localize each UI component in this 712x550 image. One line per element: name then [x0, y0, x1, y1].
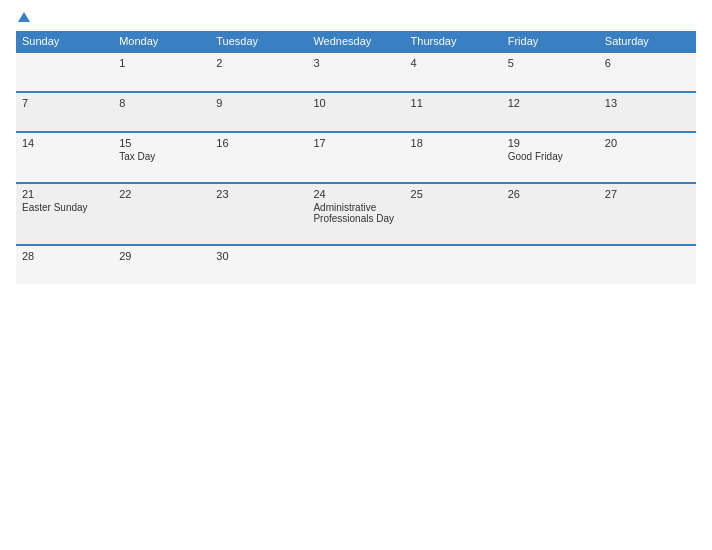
- calendar-cell: 10: [307, 92, 404, 132]
- calendar-week-row: 282930: [16, 245, 696, 284]
- header-sunday: Sunday: [16, 31, 113, 52]
- day-number: 22: [119, 188, 204, 200]
- calendar-cell: 15Tax Day: [113, 132, 210, 183]
- day-number: 1: [119, 57, 204, 69]
- calendar-cell: [307, 245, 404, 284]
- day-number: 16: [216, 137, 301, 149]
- day-number: 24: [313, 188, 398, 200]
- day-number: 25: [411, 188, 496, 200]
- day-number: 27: [605, 188, 690, 200]
- calendar-cell: 8: [113, 92, 210, 132]
- day-number: 5: [508, 57, 593, 69]
- calendar-cell: 28: [16, 245, 113, 284]
- header-wednesday: Wednesday: [307, 31, 404, 52]
- day-number: 21: [22, 188, 107, 200]
- calendar-week-row: 78910111213: [16, 92, 696, 132]
- calendar-cell: 14: [16, 132, 113, 183]
- day-number: 7: [22, 97, 107, 109]
- header-thursday: Thursday: [405, 31, 502, 52]
- calendar-week-row: 21Easter Sunday222324Administrative Prof…: [16, 183, 696, 245]
- calendar-cell: 30: [210, 245, 307, 284]
- calendar-cell: 24Administrative Professionals Day: [307, 183, 404, 245]
- header-tuesday: Tuesday: [210, 31, 307, 52]
- calendar-cell: 12: [502, 92, 599, 132]
- day-number: 3: [313, 57, 398, 69]
- calendar-cell: 21Easter Sunday: [16, 183, 113, 245]
- calendar-header: Sunday Monday Tuesday Wednesday Thursday…: [16, 31, 696, 52]
- logo-triangle-icon: [18, 12, 30, 22]
- calendar-cell: 20: [599, 132, 696, 183]
- calendar-cell: 29: [113, 245, 210, 284]
- calendar-week-row: 123456: [16, 52, 696, 92]
- day-number: 13: [605, 97, 690, 109]
- day-number: 19: [508, 137, 593, 149]
- logo: [16, 12, 30, 23]
- header: [16, 12, 696, 23]
- calendar-cell: 19Good Friday: [502, 132, 599, 183]
- calendar-cell: [16, 52, 113, 92]
- days-header-row: Sunday Monday Tuesday Wednesday Thursday…: [16, 31, 696, 52]
- header-saturday: Saturday: [599, 31, 696, 52]
- calendar-cell: 6: [599, 52, 696, 92]
- day-number: 23: [216, 188, 301, 200]
- header-friday: Friday: [502, 31, 599, 52]
- calendar-cell: 25: [405, 183, 502, 245]
- calendar-body: 123456789101112131415Tax Day16171819Good…: [16, 52, 696, 284]
- day-number: 17: [313, 137, 398, 149]
- calendar-cell: 22: [113, 183, 210, 245]
- calendar-cell: 4: [405, 52, 502, 92]
- calendar-cell: 1: [113, 52, 210, 92]
- calendar-cell: [405, 245, 502, 284]
- event-label: Good Friday: [508, 151, 593, 162]
- calendar-table: Sunday Monday Tuesday Wednesday Thursday…: [16, 31, 696, 284]
- day-number: 10: [313, 97, 398, 109]
- day-number: 30: [216, 250, 301, 262]
- day-number: 15: [119, 137, 204, 149]
- day-number: 8: [119, 97, 204, 109]
- day-number: 29: [119, 250, 204, 262]
- calendar-cell: 7: [16, 92, 113, 132]
- event-label: Tax Day: [119, 151, 204, 162]
- calendar-cell: 11: [405, 92, 502, 132]
- calendar-cell: [502, 245, 599, 284]
- calendar-cell: 9: [210, 92, 307, 132]
- day-number: 12: [508, 97, 593, 109]
- calendar-cell: 2: [210, 52, 307, 92]
- calendar-cell: 23: [210, 183, 307, 245]
- calendar-cell: [599, 245, 696, 284]
- calendar-cell: 3: [307, 52, 404, 92]
- day-number: 2: [216, 57, 301, 69]
- calendar-cell: 26: [502, 183, 599, 245]
- day-number: 26: [508, 188, 593, 200]
- event-label: Administrative Professionals Day: [313, 202, 398, 224]
- calendar-week-row: 1415Tax Day16171819Good Friday20: [16, 132, 696, 183]
- day-number: 4: [411, 57, 496, 69]
- calendar-cell: 17: [307, 132, 404, 183]
- day-number: 20: [605, 137, 690, 149]
- day-number: 11: [411, 97, 496, 109]
- calendar-cell: 16: [210, 132, 307, 183]
- event-label: Easter Sunday: [22, 202, 107, 213]
- day-number: 9: [216, 97, 301, 109]
- calendar-cell: 13: [599, 92, 696, 132]
- calendar-cell: 18: [405, 132, 502, 183]
- day-number: 14: [22, 137, 107, 149]
- calendar-cell: 27: [599, 183, 696, 245]
- day-number: 18: [411, 137, 496, 149]
- day-number: 28: [22, 250, 107, 262]
- day-number: 6: [605, 57, 690, 69]
- header-monday: Monday: [113, 31, 210, 52]
- calendar-page: Sunday Monday Tuesday Wednesday Thursday…: [0, 0, 712, 550]
- calendar-cell: 5: [502, 52, 599, 92]
